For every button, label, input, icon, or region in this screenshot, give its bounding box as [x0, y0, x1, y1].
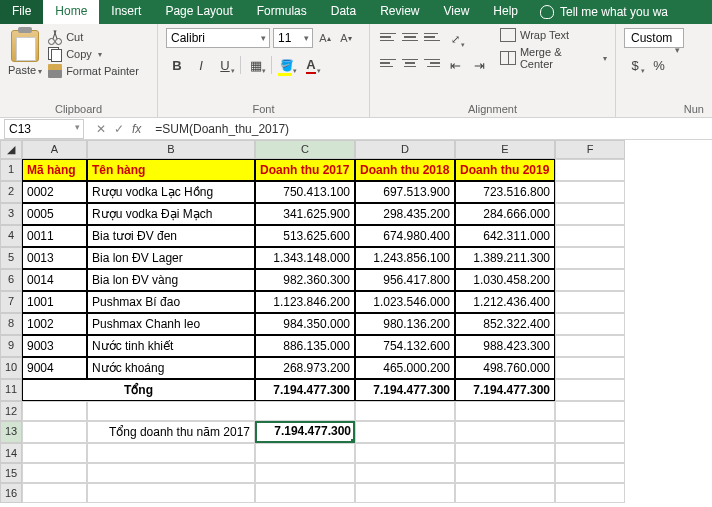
cell[interactable]: 1.023.546.000 [355, 291, 455, 313]
formula-bar[interactable]: =SUM(Doanh_thu_2017) [149, 120, 712, 138]
cell[interactable]: Nước tinh khiết [87, 335, 255, 357]
cell[interactable] [87, 463, 255, 483]
cell[interactable] [555, 225, 625, 247]
cell[interactable]: 1.123.846.200 [255, 291, 355, 313]
cell[interactable] [255, 443, 355, 463]
cell[interactable] [87, 483, 255, 503]
fill-color-button[interactable]: 🪣 [276, 54, 298, 76]
row-header[interactable]: 16 [0, 483, 22, 503]
cell[interactable] [555, 379, 625, 401]
cell[interactable] [355, 421, 455, 443]
cell[interactable] [555, 443, 625, 463]
cell[interactable]: 697.513.900 [355, 181, 455, 203]
cell[interactable]: 1001 [22, 291, 87, 313]
cell[interactable]: 750.413.100 [255, 181, 355, 203]
cell[interactable]: 7.194.477.300 [355, 379, 455, 401]
italic-button[interactable]: I [190, 54, 212, 76]
cell[interactable]: 9003 [22, 335, 87, 357]
tab-view[interactable]: View [432, 0, 482, 24]
cell[interactable] [87, 443, 255, 463]
cell[interactable] [22, 463, 87, 483]
align-center-button[interactable] [400, 54, 420, 72]
row-header[interactable]: 5 [0, 247, 22, 269]
cell[interactable] [455, 483, 555, 503]
row-header[interactable]: 13 [0, 421, 22, 443]
cell[interactable] [555, 483, 625, 503]
row-header[interactable]: 9 [0, 335, 22, 357]
cell[interactable] [22, 421, 87, 443]
cell[interactable] [355, 463, 455, 483]
cell[interactable]: 982.360.300 [255, 269, 355, 291]
tab-file[interactable]: File [0, 0, 43, 24]
row-header[interactable]: 12 [0, 401, 22, 421]
cell[interactable]: Tổng [22, 379, 255, 401]
underline-button[interactable]: U [214, 54, 236, 76]
cell[interactable]: 284.666.000 [455, 203, 555, 225]
cell[interactable]: 298.435.200 [355, 203, 455, 225]
align-top-button[interactable] [378, 28, 398, 46]
row-header[interactable]: 7 [0, 291, 22, 313]
cell[interactable]: 9004 [22, 357, 87, 379]
cancel-formula-icon[interactable]: ✕ [96, 122, 106, 136]
cell[interactable] [255, 463, 355, 483]
cell[interactable]: 0002 [22, 181, 87, 203]
row-header[interactable]: 14 [0, 443, 22, 463]
cell[interactable] [555, 463, 625, 483]
wrap-text-button[interactable]: Wrap Text [500, 28, 607, 42]
tab-formulas[interactable]: Formulas [245, 0, 319, 24]
cell[interactable]: 0013 [22, 247, 87, 269]
increase-indent-button[interactable]: ⇥ [468, 54, 490, 76]
cell[interactable]: 723.516.800 [455, 181, 555, 203]
copy-button[interactable]: Copy▾ [48, 47, 139, 61]
number-format-select[interactable]: Custom [624, 28, 684, 48]
col-header-C[interactable]: C [255, 140, 355, 159]
cell[interactable] [22, 483, 87, 503]
tab-data[interactable]: Data [319, 0, 368, 24]
cell[interactable] [555, 421, 625, 443]
align-right-button[interactable] [422, 54, 442, 72]
col-header-E[interactable]: E [455, 140, 555, 159]
row-header[interactable]: 10 [0, 357, 22, 379]
cell[interactable]: 754.132.600 [355, 335, 455, 357]
cell[interactable]: 0014 [22, 269, 87, 291]
cell-active[interactable]: 7.194.477.300 [255, 421, 355, 443]
row-header[interactable]: 3 [0, 203, 22, 225]
cell[interactable]: 1002 [22, 313, 87, 335]
cell[interactable] [455, 421, 555, 443]
cell[interactable]: Doanh thu 2017 [255, 159, 355, 181]
cell[interactable]: 465.000.200 [355, 357, 455, 379]
row-header[interactable]: 2 [0, 181, 22, 203]
cell[interactable] [555, 181, 625, 203]
row-header[interactable]: 8 [0, 313, 22, 335]
cell[interactable] [555, 291, 625, 313]
align-middle-button[interactable] [400, 28, 420, 46]
cell[interactable]: 852.322.400 [455, 313, 555, 335]
cell[interactable]: 1.343.148.000 [255, 247, 355, 269]
cell[interactable] [555, 269, 625, 291]
percent-button[interactable]: % [648, 54, 670, 76]
cell[interactable]: 0011 [22, 225, 87, 247]
increase-font-button[interactable]: A▴ [316, 28, 334, 48]
cell[interactable] [455, 401, 555, 421]
cell[interactable]: Rượu vodka Đại Mạch [87, 203, 255, 225]
cell[interactable] [555, 313, 625, 335]
tab-page-layout[interactable]: Page Layout [153, 0, 244, 24]
cell[interactable]: 1.030.458.200 [455, 269, 555, 291]
col-header-D[interactable]: D [355, 140, 455, 159]
cell[interactable] [555, 335, 625, 357]
format-painter-button[interactable]: Format Painter [48, 64, 139, 78]
cell[interactable]: 498.760.000 [455, 357, 555, 379]
cell[interactable] [355, 443, 455, 463]
col-header-F[interactable]: F [555, 140, 625, 159]
row-header[interactable]: 15 [0, 463, 22, 483]
font-name-select[interactable]: Calibri [166, 28, 270, 48]
cell[interactable]: Rượu vodka Lạc Hồng [87, 181, 255, 203]
cell[interactable]: 341.625.900 [255, 203, 355, 225]
cell[interactable]: Mã hàng [22, 159, 87, 181]
cell[interactable]: Bia lon ĐV vàng [87, 269, 255, 291]
cell[interactable] [22, 401, 87, 421]
spreadsheet-grid[interactable]: ◢ A B C D E F 1 Mã hàng Tên hàng Doanh t… [0, 140, 712, 503]
cell[interactable]: 7.194.477.300 [255, 379, 355, 401]
font-color-button[interactable]: A [300, 54, 322, 76]
cell[interactable]: 268.973.200 [255, 357, 355, 379]
